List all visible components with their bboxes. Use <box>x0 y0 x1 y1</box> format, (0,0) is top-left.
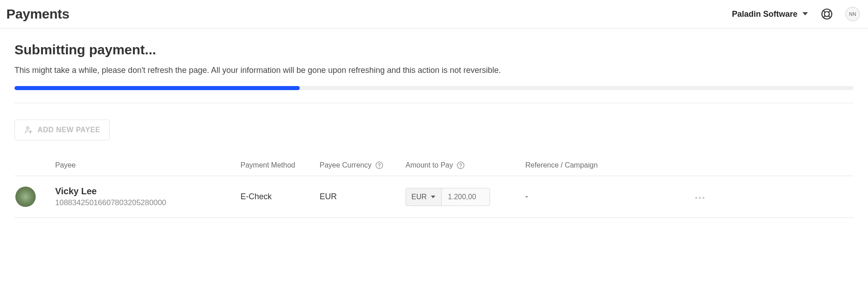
row-actions-button[interactable] <box>690 193 708 201</box>
chevron-down-icon <box>802 12 808 16</box>
svg-line-3 <box>829 10 830 12</box>
amount-group: EUR <box>406 188 525 206</box>
help-circle-icon[interactable] <box>457 161 465 169</box>
user-avatar[interactable]: NN <box>845 7 860 21</box>
avatar-initials: NN <box>849 11 856 17</box>
payee-currency-cell: EUR <box>320 192 406 202</box>
table-row: Vicky Lee 10883425016607803205280000 E-C… <box>14 176 854 218</box>
col-reference: Reference / Campaign <box>525 161 690 169</box>
add-new-payee-button[interactable]: ADD NEW PAYEE <box>14 120 110 140</box>
payee-info: Vicky Lee 10883425016607803205280000 <box>55 186 241 207</box>
svg-point-1 <box>825 12 830 17</box>
table-header: Payee Payment Method Payee Currency Amou… <box>14 157 854 176</box>
reference-cell: - <box>525 192 690 202</box>
svg-point-12 <box>460 167 461 168</box>
svg-point-15 <box>703 197 704 198</box>
header-right: Paladin Software NN <box>732 7 860 21</box>
payee-table: Payee Payment Method Payee Currency Amou… <box>14 157 854 218</box>
col-payment-method: Payment Method <box>241 161 320 169</box>
col-payee: Payee <box>55 161 241 169</box>
add-payee-label: ADD NEW PAYEE <box>38 126 100 134</box>
col-amount-to-pay: Amount to Pay <box>406 161 525 169</box>
payment-method-cell: E-Check <box>241 192 320 202</box>
help-circle-icon[interactable] <box>375 161 383 169</box>
progress-fill <box>14 86 300 90</box>
payee-id: 10883425016607803205280000 <box>55 198 241 207</box>
app-header: Payments Paladin Software NN <box>0 0 868 29</box>
svg-point-10 <box>379 167 380 168</box>
status-message: This might take a while, please don't re… <box>14 66 854 75</box>
svg-point-14 <box>699 197 701 198</box>
svg-line-2 <box>823 10 825 12</box>
currency-select[interactable]: EUR <box>406 188 441 206</box>
org-selector[interactable]: Paladin Software <box>732 10 808 19</box>
svg-point-13 <box>695 197 697 198</box>
content: Submitting payment... This might take a … <box>0 29 868 218</box>
payee-name: Vicky Lee <box>55 186 241 197</box>
svg-point-6 <box>27 127 29 129</box>
svg-line-5 <box>829 16 830 18</box>
svg-line-4 <box>823 16 825 18</box>
amount-cell: EUR <box>406 188 525 206</box>
amount-input[interactable] <box>441 188 490 206</box>
section-divider <box>14 103 854 103</box>
status-heading: Submitting payment... <box>14 42 854 58</box>
page-title: Payments <box>6 6 69 22</box>
progress-bar <box>14 86 854 90</box>
help-icon[interactable] <box>821 8 833 20</box>
chevron-down-icon <box>430 195 436 199</box>
payee-avatar-cell <box>14 187 55 207</box>
payee-avatar <box>15 187 36 207</box>
col-payee-currency: Payee Currency <box>320 161 406 169</box>
org-name: Paladin Software <box>732 10 797 19</box>
add-person-icon <box>24 125 33 134</box>
currency-code: EUR <box>411 193 427 201</box>
